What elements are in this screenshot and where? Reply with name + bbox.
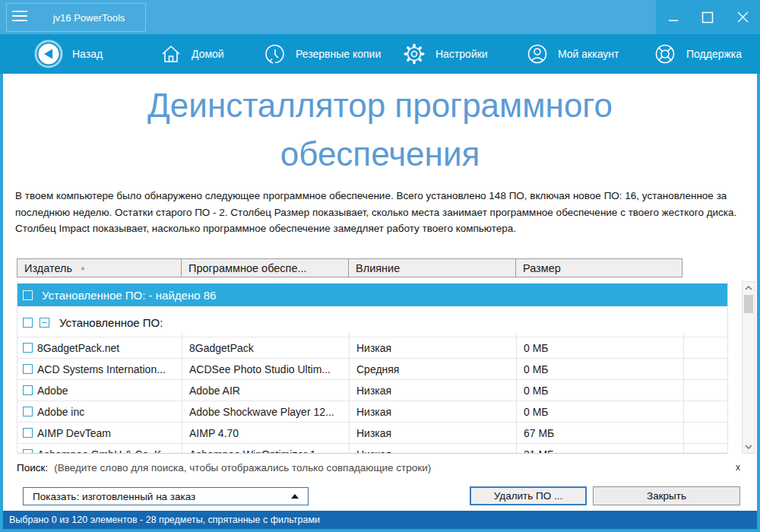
sort-ascending-icon: ▲ — [80, 264, 86, 271]
group-header-label: Установленное ПО: - найдено 86 — [42, 289, 216, 302]
nav-account[interactable]: Мой аккаунт — [526, 34, 619, 74]
minimize-icon — [668, 12, 679, 23]
row-checkbox[interactable] — [23, 449, 33, 454]
table-row[interactable]: 8GadgetPack.net 8GadgetPack Низкая 0 МБ — [17, 337, 727, 358]
row-checkbox[interactable] — [23, 407, 33, 416]
scroll-up-button[interactable] — [743, 282, 755, 294]
column-header-software[interactable]: Программное обеспе... — [182, 259, 349, 277]
main-content: Деинсталлятор программного обеспечения В… — [3, 74, 757, 511]
app-window: jv16 PowerTools Назад — [0, 0, 760, 532]
row-checkbox[interactable] — [23, 428, 33, 438]
navbar: Назад Домой Резервные копии — [0, 34, 760, 74]
column-header-size[interactable]: Размер — [516, 259, 683, 277]
close-icon — [737, 11, 749, 23]
titlebar: jv16 PowerTools — [0, 0, 760, 34]
description-text: В твоем компьютере было обнаружено следу… — [15, 188, 748, 237]
table-row[interactable]: AIMP DevTeam AIMP 4.70 Низкая 67 МБ — [17, 422, 727, 443]
column-header-impact[interactable]: Влияние — [349, 259, 516, 277]
subgroup-label: Установленное ПО: — [59, 316, 163, 329]
group-checkbox[interactable] — [23, 290, 33, 300]
nav-label: Мой аккаунт — [558, 48, 619, 60]
show-filter-dropdown[interactable]: Показать: изготовленный на заказ — [23, 487, 309, 505]
table-row[interactable]: Ashampoo GmbH & Co. K... Ashampoo WinOpt… — [17, 443, 727, 454]
vertical-scrollbar[interactable] — [742, 281, 755, 454]
search-input[interactable] — [54, 462, 733, 473]
row-checkbox[interactable] — [23, 385, 33, 395]
page-title-line1: Деинсталлятор программного — [3, 81, 757, 130]
dropdown-value: Показать: изготовленный на заказ — [33, 491, 195, 502]
page-title-line2: обеспечения — [3, 130, 757, 179]
subgroup-checkbox[interactable] — [23, 318, 33, 328]
nav-backups[interactable]: Резервные копии — [264, 34, 381, 74]
table-row[interactable]: ACD Systems Internation... ACDSee Photo … — [17, 358, 727, 379]
backup-history-icon — [264, 43, 287, 65]
back-icon — [34, 40, 63, 68]
table-row[interactable]: Adobe Adobe AIR Низкая 0 МБ — [17, 379, 727, 401]
window-controls — [656, 0, 760, 34]
lifebuoy-icon — [653, 42, 677, 66]
nav-back[interactable]: Назад — [34, 34, 103, 74]
subgroup-header-row[interactable]: Установленное ПО: — [17, 312, 727, 333]
triangle-up-icon — [291, 494, 299, 499]
close-dialog-button[interactable]: Закрыть — [593, 486, 740, 505]
table-body: Установленное ПО: - найдено 86 Установле… — [17, 281, 728, 454]
group-header-row[interactable]: Установленное ПО: - найдено 86 — [17, 283, 727, 306]
nav-label: Резервные копии — [296, 48, 381, 60]
gear-icon — [402, 42, 426, 66]
nav-settings[interactable]: Настройки — [402, 34, 488, 74]
uninstall-button[interactable]: Удалить ПО ... — [470, 486, 587, 505]
column-header-publisher[interactable]: Издатель ▲ — [17, 259, 182, 277]
app-title: jv16 PowerTools — [53, 12, 125, 24]
nav-label: Назад — [72, 48, 103, 60]
search-label: Поиск: — [17, 462, 48, 473]
close-button[interactable] — [731, 6, 754, 29]
status-text: Выбрано 0 из 120 элементов - 28 предметы… — [9, 515, 320, 525]
scroll-down-button[interactable] — [743, 441, 755, 453]
maximize-button[interactable] — [696, 6, 719, 29]
page-title: Деинсталлятор программного обеспечения — [3, 81, 757, 179]
table-header: Издатель ▲ Программное обеспе... Влияние… — [17, 258, 682, 277]
table-row[interactable]: Adobe inc Adobe Shockwave Player 12... Н… — [17, 401, 727, 422]
status-bar: Выбрано 0 из 120 элементов - 28 предметы… — [3, 511, 757, 529]
nav-home[interactable]: Домой — [160, 34, 224, 74]
scrollbar-thumb[interactable] — [744, 295, 753, 313]
minimize-button[interactable] — [662, 6, 685, 29]
nav-label: Поддержка — [686, 48, 742, 60]
menu-icon[interactable] — [12, 11, 27, 23]
chevron-down-icon — [745, 445, 752, 449]
home-icon — [160, 43, 182, 65]
nav-label: Домой — [192, 48, 224, 60]
chevron-up-icon — [745, 286, 752, 290]
row-checkbox[interactable] — [23, 343, 33, 353]
search-row: Поиск: x — [17, 458, 743, 477]
clear-search-icon[interactable]: x — [733, 462, 743, 473]
nav-support[interactable]: Поддержка — [653, 34, 742, 74]
nav-label: Настройки — [435, 48, 488, 60]
maximize-icon — [701, 11, 714, 24]
row-checkbox[interactable] — [23, 364, 33, 374]
collapse-icon[interactable] — [40, 318, 49, 328]
user-icon — [526, 43, 549, 65]
